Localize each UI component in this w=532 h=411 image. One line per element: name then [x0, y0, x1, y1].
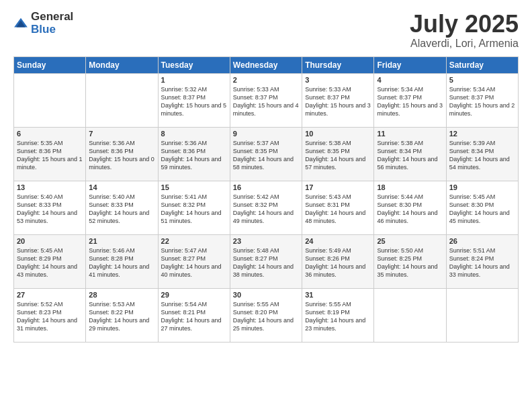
cell-content: Sunrise: 5:44 AMSunset: 8:30 PMDaylight:…	[377, 193, 443, 226]
day-number: 15	[161, 183, 227, 191]
header-wednesday: Wednesday	[230, 56, 302, 73]
cell-content: Sunrise: 5:40 AMSunset: 8:33 PMDaylight:…	[89, 193, 154, 226]
table-row: 17Sunrise: 5:43 AMSunset: 8:31 PMDayligh…	[302, 181, 374, 234]
table-row: 27Sunrise: 5:52 AMSunset: 8:23 PMDayligh…	[14, 288, 86, 342]
cell-content: Sunrise: 5:55 AMSunset: 8:20 PMDaylight:…	[233, 300, 299, 333]
day-number: 18	[377, 183, 443, 191]
cell-content: Sunrise: 5:37 AMSunset: 8:35 PMDaylight:…	[233, 139, 299, 172]
cell-content: Sunrise: 5:35 AMSunset: 8:36 PMDaylight:…	[17, 139, 83, 172]
day-number: 3	[305, 76, 371, 84]
logo-blue-text: Blue	[31, 24, 73, 36]
logo-general-text: General	[31, 11, 73, 24]
day-number: 26	[449, 237, 515, 245]
day-number: 28	[89, 291, 154, 299]
table-row: 6Sunrise: 5:35 AMSunset: 8:36 PMDaylight…	[14, 127, 86, 181]
day-number: 6	[17, 130, 83, 138]
cell-content: Sunrise: 5:53 AMSunset: 8:22 PMDaylight:…	[89, 300, 154, 333]
cell-content: Sunrise: 5:48 AMSunset: 8:27 PMDaylight:…	[233, 246, 299, 279]
day-number: 17	[305, 183, 371, 191]
calendar-week-row: 13Sunrise: 5:40 AMSunset: 8:33 PMDayligh…	[14, 181, 519, 234]
cell-content: Sunrise: 5:54 AMSunset: 8:21 PMDaylight:…	[161, 300, 227, 333]
table-row: 11Sunrise: 5:38 AMSunset: 8:34 PMDayligh…	[374, 127, 446, 181]
table-row: 13Sunrise: 5:40 AMSunset: 8:33 PMDayligh…	[14, 181, 86, 234]
day-number: 19	[449, 183, 515, 191]
table-row: 8Sunrise: 5:36 AMSunset: 8:36 PMDaylight…	[158, 127, 230, 181]
day-number: 8	[161, 130, 227, 138]
calendar-week-row: 6Sunrise: 5:35 AMSunset: 8:36 PMDaylight…	[14, 127, 519, 181]
cell-content: Sunrise: 5:46 AMSunset: 8:28 PMDaylight:…	[89, 246, 154, 279]
table-row: 4Sunrise: 5:34 AMSunset: 8:37 PMDaylight…	[374, 73, 446, 127]
day-number: 20	[17, 237, 83, 245]
table-row: 25Sunrise: 5:50 AMSunset: 8:25 PMDayligh…	[374, 234, 446, 288]
cell-content: Sunrise: 5:55 AMSunset: 8:19 PMDaylight:…	[305, 300, 371, 333]
day-number: 27	[17, 291, 83, 299]
cell-content: Sunrise: 5:36 AMSunset: 8:36 PMDaylight:…	[89, 139, 154, 172]
day-number: 5	[449, 76, 515, 84]
cell-content: Sunrise: 5:43 AMSunset: 8:31 PMDaylight:…	[305, 193, 371, 226]
day-number: 24	[305, 237, 371, 245]
cell-content: Sunrise: 5:49 AMSunset: 8:26 PMDaylight:…	[305, 246, 371, 279]
day-number: 29	[161, 291, 227, 299]
logo-text: General Blue	[31, 11, 73, 36]
day-number: 12	[449, 130, 515, 138]
cell-content: Sunrise: 5:32 AMSunset: 8:37 PMDaylight:…	[161, 85, 227, 118]
table-row: 29Sunrise: 5:54 AMSunset: 8:21 PMDayligh…	[158, 288, 230, 342]
table-row: 14Sunrise: 5:40 AMSunset: 8:33 PMDayligh…	[86, 181, 158, 234]
table-row: 24Sunrise: 5:49 AMSunset: 8:26 PMDayligh…	[302, 234, 374, 288]
calendar-title: July 2025	[410, 11, 519, 38]
header-sunday: Sunday	[14, 56, 86, 73]
table-row	[86, 73, 158, 127]
logo-icon	[13, 16, 28, 31]
cell-content: Sunrise: 5:41 AMSunset: 8:32 PMDaylight:…	[161, 193, 227, 226]
day-number: 25	[377, 237, 443, 245]
cell-content: Sunrise: 5:36 AMSunset: 8:36 PMDaylight:…	[161, 139, 227, 172]
day-number: 21	[89, 237, 154, 245]
day-number: 23	[233, 237, 299, 245]
header-saturday: Saturday	[446, 56, 518, 73]
table-row: 9Sunrise: 5:37 AMSunset: 8:35 PMDaylight…	[230, 127, 302, 181]
cell-content: Sunrise: 5:34 AMSunset: 8:37 PMDaylight:…	[449, 85, 515, 118]
table-row: 7Sunrise: 5:36 AMSunset: 8:36 PMDaylight…	[86, 127, 158, 181]
calendar-week-row: 27Sunrise: 5:52 AMSunset: 8:23 PMDayligh…	[14, 288, 519, 342]
cell-content: Sunrise: 5:38 AMSunset: 8:34 PMDaylight:…	[377, 139, 443, 172]
table-row: 16Sunrise: 5:42 AMSunset: 8:32 PMDayligh…	[230, 181, 302, 234]
cell-content: Sunrise: 5:33 AMSunset: 8:37 PMDaylight:…	[233, 85, 299, 118]
table-row: 3Sunrise: 5:33 AMSunset: 8:37 PMDaylight…	[302, 73, 374, 127]
table-row: 30Sunrise: 5:55 AMSunset: 8:20 PMDayligh…	[230, 288, 302, 342]
table-row: 5Sunrise: 5:34 AMSunset: 8:37 PMDaylight…	[446, 73, 518, 127]
table-row: 12Sunrise: 5:39 AMSunset: 8:34 PMDayligh…	[446, 127, 518, 181]
table-row	[14, 73, 86, 127]
table-row: 22Sunrise: 5:47 AMSunset: 8:27 PMDayligh…	[158, 234, 230, 288]
cell-content: Sunrise: 5:42 AMSunset: 8:32 PMDaylight:…	[233, 193, 299, 226]
header-monday: Monday	[86, 56, 158, 73]
day-number: 9	[233, 130, 299, 138]
cell-content: Sunrise: 5:34 AMSunset: 8:37 PMDaylight:…	[377, 85, 443, 118]
table-row: 31Sunrise: 5:55 AMSunset: 8:19 PMDayligh…	[302, 288, 374, 342]
cell-content: Sunrise: 5:38 AMSunset: 8:35 PMDaylight:…	[305, 139, 371, 172]
table-row	[446, 288, 518, 342]
calendar-week-row: 1Sunrise: 5:32 AMSunset: 8:37 PMDaylight…	[14, 73, 519, 127]
table-row: 26Sunrise: 5:51 AMSunset: 8:24 PMDayligh…	[446, 234, 518, 288]
cell-content: Sunrise: 5:50 AMSunset: 8:25 PMDaylight:…	[377, 246, 443, 279]
day-number: 10	[305, 130, 371, 138]
day-number: 4	[377, 76, 443, 84]
title-block: July 2025 Alaverdi, Lori, Armenia	[410, 11, 519, 50]
table-row: 23Sunrise: 5:48 AMSunset: 8:27 PMDayligh…	[230, 234, 302, 288]
cell-content: Sunrise: 5:45 AMSunset: 8:29 PMDaylight:…	[17, 246, 83, 279]
day-number: 13	[17, 183, 83, 191]
table-row: 28Sunrise: 5:53 AMSunset: 8:22 PMDayligh…	[86, 288, 158, 342]
header-friday: Friday	[374, 56, 446, 73]
day-number: 22	[161, 237, 227, 245]
cell-content: Sunrise: 5:47 AMSunset: 8:27 PMDaylight:…	[161, 246, 227, 279]
cell-content: Sunrise: 5:52 AMSunset: 8:23 PMDaylight:…	[17, 300, 83, 333]
header: General Blue July 2025 Alaverdi, Lori, A…	[13, 11, 519, 50]
table-row	[374, 288, 446, 342]
calendar-header-row: Sunday Monday Tuesday Wednesday Thursday…	[14, 56, 519, 73]
table-row: 10Sunrise: 5:38 AMSunset: 8:35 PMDayligh…	[302, 127, 374, 181]
logo: General Blue	[13, 11, 73, 36]
cell-content: Sunrise: 5:39 AMSunset: 8:34 PMDaylight:…	[449, 139, 515, 172]
calendar-body: 1Sunrise: 5:32 AMSunset: 8:37 PMDaylight…	[14, 73, 519, 342]
calendar-table: Sunday Monday Tuesday Wednesday Thursday…	[13, 56, 519, 342]
day-number: 1	[161, 76, 227, 84]
cell-content: Sunrise: 5:40 AMSunset: 8:33 PMDaylight:…	[17, 193, 83, 226]
